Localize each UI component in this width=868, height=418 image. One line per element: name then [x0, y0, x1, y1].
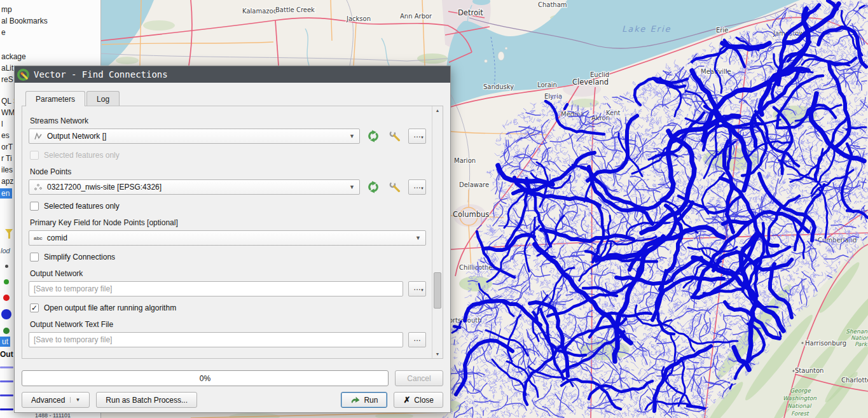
legend-line-symbol [0, 408, 13, 410]
output-text-label: Output Network Text File [30, 320, 426, 329]
map-label: Park [855, 341, 868, 347]
qgis-logo-icon [17, 69, 29, 81]
parameters-scroll-area: Streams Network Output Network [] ▼ [22, 106, 443, 359]
cancel-button[interactable]: Cancel [395, 370, 443, 386]
map-label: Marion [454, 157, 476, 164]
map-label: Lorain [537, 81, 557, 88]
iterate-layer-icon[interactable] [365, 179, 382, 195]
scrollbar-thumb[interactable] [434, 272, 441, 309]
run-button[interactable]: Run [341, 392, 387, 408]
chevron-down-icon: ▼ [415, 235, 421, 241]
map-label: Euclid [590, 71, 609, 78]
vector-points-icon [34, 183, 43, 192]
streams-network-combo[interactable]: Output Network [] ▼ [29, 129, 360, 144]
map-label: Erie [716, 27, 728, 34]
map-label: National [851, 335, 868, 341]
chevron-down-icon: ▼ [420, 132, 424, 143]
chevron-down-icon: ▼ [420, 284, 424, 296]
abc-field-icon: abc [34, 235, 43, 241]
map-label: Ann Arbor [400, 13, 432, 20]
run-batch-button[interactable]: Run as Batch Process... [96, 392, 197, 408]
scrollbar-track[interactable] [434, 115, 441, 350]
legend-point-symbol [3, 295, 10, 301]
primary-key-combo[interactable]: abc comid ▼ [29, 230, 426, 246]
map-label: Charlottesville [841, 377, 868, 384]
map-label: George [790, 387, 811, 394]
node-points-value: 03217200_nwis-site [EPSG:4326] [47, 183, 162, 192]
streams-network-value: Output Network [] [47, 132, 106, 141]
dialog-title: Vector - Find Connections [34, 69, 168, 80]
map-label: Cleveland [572, 78, 609, 87]
scroll-up-icon[interactable]: ▲ [432, 106, 443, 115]
legend-point-symbol [3, 328, 10, 334]
checkbox-box[interactable] [30, 202, 39, 211]
legend-point-symbol [4, 279, 9, 284]
primary-key-value: comid [47, 233, 67, 242]
vector-line-icon [34, 132, 43, 141]
close-x-icon: ✗ [403, 395, 410, 405]
chevron-down-icon: ▼ [349, 133, 355, 139]
progress-value: 0% [200, 374, 210, 383]
map-label: Jackson [346, 15, 371, 22]
iterate-layer-icon[interactable] [365, 129, 382, 144]
map-label: Staunton [795, 367, 823, 374]
layer-item-output[interactable]: Out [0, 350, 13, 359]
scroll-down-icon[interactable]: ▼ [432, 350, 443, 358]
selected-features-nodes-checkbox[interactable]: Selected features only [30, 202, 426, 211]
output-network-label: Output Network [30, 269, 426, 278]
chevron-down-icon: ▼ [70, 397, 80, 403]
map-label: Sandusky [483, 83, 514, 90]
open-output-checkbox[interactable]: ✓ Open output file after running algorit… [30, 303, 426, 312]
run-arrow-icon [350, 396, 360, 404]
chevron-down-icon: ▼ [349, 184, 355, 190]
map-label: Chatham [538, 1, 567, 8]
dialog-tabs: Parameters Log [25, 91, 443, 106]
output-text-browse-button[interactable]: … [408, 332, 426, 347]
map-label: Delaware [459, 181, 489, 188]
tab-parameters[interactable]: Parameters [25, 91, 85, 106]
output-text-input[interactable]: [Save to temporary file] [29, 332, 403, 347]
output-network-browse-button[interactable]: …▼ [408, 281, 426, 296]
legend-point-symbol [1, 309, 11, 319]
map-label: Forest [791, 410, 809, 417]
tab-log[interactable]: Log [86, 91, 120, 106]
checkbox-box[interactable]: ✓ [30, 303, 39, 312]
legend-point-symbol [5, 265, 8, 268]
map-label: Washington [783, 395, 816, 401]
dialog-scrollbar[interactable]: ▲ ▼ [432, 106, 443, 358]
node-points-label: Node Points [30, 167, 426, 176]
progress-bar: 0% [22, 370, 389, 386]
map-label: Shenandoah [846, 328, 868, 335]
close-button[interactable]: ✗ Close [394, 392, 443, 408]
dialog-body: Parameters Log Streams Network Output Ne… [15, 83, 450, 414]
node-points-browse-button[interactable]: …▼ [408, 179, 426, 195]
chevron-down-icon: ▼ [420, 183, 424, 194]
dialog-titlebar[interactable]: Vector - Find Connections [15, 66, 450, 83]
parameters-form: Streams Network Output Network [] ▼ [22, 106, 432, 354]
selected-features-streams-checkbox: Selected features only [30, 151, 426, 160]
find-connections-dialog: Vector - Find Connections Parameters Log… [14, 66, 451, 413]
node-points-combo[interactable]: 03217200_nwis-site [EPSG:4326] ▼ [29, 179, 360, 195]
legend-line-symbol [0, 394, 13, 396]
layer-item-output-selected[interactable]: ut [0, 337, 10, 347]
legend-line-symbol [0, 366, 13, 368]
map-label: Kalamazoo [242, 8, 277, 15]
map-label: Harrisonburg [805, 340, 846, 347]
streams-network-label: Streams Network [30, 116, 426, 125]
primary-key-label: Primary Key Field for Node Points [optio… [30, 218, 426, 227]
streams-network-browse-button[interactable]: …▼ [408, 129, 426, 144]
map-label: Lake Erie [622, 24, 672, 34]
legend-line-symbol [0, 380, 13, 382]
wrench-icon[interactable] [387, 179, 403, 195]
wrench-icon[interactable] [387, 129, 403, 144]
advanced-button[interactable]: Advanced ▼ [22, 392, 90, 408]
map-label: Battle Creek [275, 6, 315, 13]
output-network-input[interactable]: [Save to temporary file] [29, 281, 403, 296]
map-label: National [787, 403, 812, 409]
simplify-connections-checkbox[interactable]: Simplify Connections [30, 253, 426, 261]
map-label: Detroit [458, 8, 483, 17]
qgis-screen: KalamazooBattle CreekJacksonAnn ArborDet… [0, 0, 868, 418]
checkbox-box[interactable] [30, 253, 39, 261]
map-label: Columbus [453, 210, 489, 219]
checkbox-box [30, 151, 39, 160]
